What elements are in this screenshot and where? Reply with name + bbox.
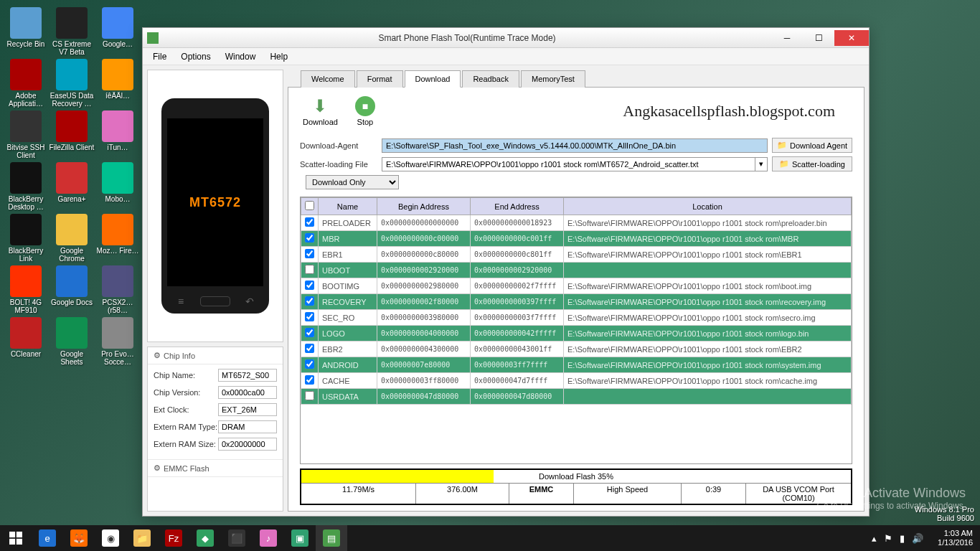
col-header[interactable]: End Address bbox=[471, 198, 564, 215]
task-filezilla[interactable]: Fz bbox=[158, 525, 189, 551]
info-value[interactable] bbox=[218, 403, 277, 416]
desktop-icon-2[interactable]: Google… bbox=[95, 7, 141, 48]
table-row[interactable]: LOGO0x00000000040000000x000000000042ffff… bbox=[301, 326, 852, 342]
task-itunes[interactable]: ♪ bbox=[253, 525, 284, 551]
cell-begin: 0x000000003ff80000 bbox=[377, 373, 471, 389]
desktop-icon-9[interactable]: BlackBerry Desktop … bbox=[3, 162, 49, 211]
desktop-icon-15[interactable]: BOLT! 4G MF910 bbox=[3, 265, 49, 314]
desktop-icon-12[interactable]: BlackBerry Link bbox=[3, 214, 49, 263]
desktop-icon-6[interactable]: Bitvise SSH Client bbox=[3, 110, 49, 159]
tab-memorytest[interactable]: MemoryTest bbox=[521, 70, 585, 88]
row-checkbox[interactable] bbox=[305, 249, 314, 258]
tab-readback[interactable]: Readback bbox=[462, 70, 519, 88]
col-header[interactable]: Location bbox=[564, 198, 852, 215]
cell-end: 0x000000000042fffff bbox=[471, 326, 564, 342]
desktop-icon-13[interactable]: Google Chrome bbox=[49, 214, 95, 263]
download-agent-button[interactable]: 📁Download Agent bbox=[772, 138, 852, 153]
desktop-icon-1[interactable]: CS Extreme V7 Beta bbox=[49, 7, 95, 56]
desktop-icon-14[interactable]: Moz… Fire… bbox=[95, 214, 141, 255]
desktop-icon-11[interactable]: Mobo… bbox=[95, 162, 141, 203]
row-checkbox[interactable] bbox=[305, 233, 314, 242]
task-app[interactable]: ◆ bbox=[189, 525, 221, 551]
row-checkbox[interactable] bbox=[305, 265, 314, 274]
menu-help[interactable]: Help bbox=[263, 50, 295, 64]
system-tray[interactable]: ▴ ⚑ ▮ 🔊 1:03 AM 1/13/2016 bbox=[872, 529, 980, 547]
stop-button[interactable]: ■ Stop bbox=[355, 96, 375, 126]
select-all-checkbox[interactable] bbox=[305, 201, 314, 210]
table-row[interactable]: EBR10x0000000000c800000x0000000000c801ff… bbox=[301, 247, 852, 263]
scatter-loading-button[interactable]: 📁Scatter-loading bbox=[772, 156, 852, 171]
app-icon bbox=[10, 7, 42, 39]
row-checkbox[interactable] bbox=[305, 375, 314, 385]
col-header[interactable]: Name bbox=[319, 198, 377, 215]
info-value[interactable] bbox=[218, 369, 277, 382]
download-mode-select[interactable]: Download Only bbox=[306, 175, 399, 189]
info-value[interactable] bbox=[218, 420, 277, 433]
download-agent-path[interactable]: E:\Software\SP_Flash_Tool_exe_Windows_v5… bbox=[382, 138, 768, 153]
desktop-icon-19[interactable]: Google Sheets bbox=[49, 317, 95, 366]
table-row[interactable]: MBR0x0000000000c000000x0000000000c001ffE… bbox=[301, 231, 852, 247]
info-value[interactable] bbox=[218, 438, 277, 451]
tab-download[interactable]: Download bbox=[405, 70, 461, 88]
table-row[interactable]: EBR20x00000000043000000x00000000043001ff… bbox=[301, 342, 852, 357]
tray-flag-icon[interactable]: ⚑ bbox=[884, 533, 892, 544]
task-app3[interactable]: ▣ bbox=[284, 525, 316, 551]
desktop-icon-8[interactable]: iTun… bbox=[95, 110, 141, 151]
scatter-dropdown-icon[interactable]: ▾ bbox=[755, 158, 767, 171]
menu-options[interactable]: Options bbox=[174, 50, 217, 64]
table-row[interactable]: USRDATA0x0000000047d800000x0000000047d80… bbox=[301, 389, 852, 405]
desktop-icon-7[interactable]: FileZilla Client bbox=[49, 110, 95, 151]
tray-network-icon[interactable]: ▮ bbox=[900, 533, 905, 544]
table-row[interactable]: PRELOADER0x00000000000000000x00000000000… bbox=[301, 215, 852, 231]
table-row[interactable]: BOOTIMG0x00000000029800000x00000000002f7… bbox=[301, 278, 852, 294]
tray-date[interactable]: 1/13/2016 bbox=[938, 538, 973, 547]
tray-volume-icon[interactable]: 🔊 bbox=[912, 533, 923, 544]
table-row[interactable]: ANDROID0x00000007e800000x00000003ff7ffff… bbox=[301, 357, 852, 373]
menu-file[interactable]: File bbox=[146, 50, 174, 64]
titlebar[interactable]: Smart Phone Flash Tool(Runtime Trace Mod… bbox=[143, 28, 869, 48]
info-value[interactable] bbox=[218, 386, 277, 399]
row-checkbox[interactable] bbox=[305, 359, 314, 369]
scatter-path[interactable]: E:\Software\FIRMWARE\OPPO\r1001\oppo r10… bbox=[382, 158, 755, 171]
desktop-icon-17[interactable]: PCSX2… (r58… bbox=[95, 265, 141, 314]
row-checkbox[interactable] bbox=[305, 281, 314, 290]
task-ie[interactable]: e bbox=[32, 525, 63, 551]
close-button[interactable]: ✕ bbox=[834, 30, 869, 46]
row-checkbox[interactable] bbox=[305, 391, 314, 400]
tab-welcome[interactable]: Welcome bbox=[301, 70, 355, 88]
desktop-icon-16[interactable]: Google Docs bbox=[49, 265, 95, 306]
tray-time[interactable]: 1:03 AM bbox=[938, 529, 973, 538]
download-button[interactable]: ⬇ Download bbox=[303, 96, 338, 126]
row-checkbox[interactable] bbox=[305, 312, 314, 321]
desktop-icon-4[interactable]: EaseUS Data Recovery … bbox=[49, 59, 95, 108]
col-header[interactable]: Begin Address bbox=[377, 198, 471, 215]
app-icon bbox=[10, 317, 42, 349]
task-explorer[interactable]: 📁 bbox=[126, 525, 158, 551]
desktop-icon-0[interactable]: Recycle Bin bbox=[3, 7, 49, 48]
row-checkbox[interactable] bbox=[305, 344, 314, 353]
desktop-icon-10[interactable]: Garena+ bbox=[49, 162, 95, 203]
info-key: Extern RAM Type: bbox=[154, 423, 218, 431]
table-row[interactable]: UBOOT0x00000000029200000x000000000292000… bbox=[301, 263, 852, 278]
menu-window[interactable]: Window bbox=[218, 50, 263, 64]
minimize-button[interactable]: ─ bbox=[771, 30, 803, 46]
tab-format[interactable]: Format bbox=[357, 70, 403, 88]
maximize-button[interactable]: ☐ bbox=[803, 30, 834, 46]
start-button[interactable] bbox=[0, 525, 32, 551]
desktop-icon-20[interactable]: Pro Evo… Socce… bbox=[95, 317, 141, 366]
row-checkbox[interactable] bbox=[305, 296, 314, 306]
task-spflash-active[interactable]: ▤ bbox=[316, 525, 347, 551]
desktop-icon-5[interactable]: íêÄÄl… bbox=[95, 59, 141, 100]
table-row[interactable]: RECOVERY0x0000000002f800000x000000000039… bbox=[301, 294, 852, 310]
row-checkbox[interactable] bbox=[305, 217, 314, 227]
row-checkbox[interactable] bbox=[305, 328, 314, 337]
desktop-icon-3[interactable]: Adobe Applicati… bbox=[3, 59, 49, 108]
task-app2[interactable]: ⬛ bbox=[221, 525, 253, 551]
table-row[interactable]: CACHE0x000000003ff800000x000000047d7ffff… bbox=[301, 373, 852, 389]
tray-up-icon[interactable]: ▴ bbox=[872, 533, 877, 544]
desktop-icon-18[interactable]: CCleaner bbox=[3, 317, 49, 358]
partition-table[interactable]: NameBegin AddressEnd AddressLocation PRE… bbox=[300, 197, 852, 464]
task-chrome[interactable]: ◉ bbox=[95, 525, 126, 551]
table-row[interactable]: SEC_RO0x00000000039800000x00000000003f7f… bbox=[301, 310, 852, 326]
task-firefox[interactable]: 🦊 bbox=[63, 525, 95, 551]
